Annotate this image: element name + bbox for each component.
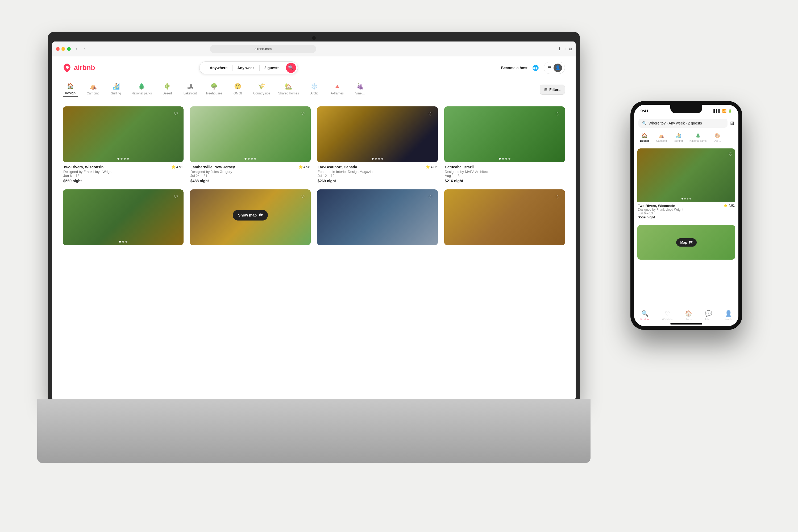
listing-location-4: Catuçaba, Brazil [445, 165, 474, 169]
phone-nav-trips[interactable]: 🏠 Trips [685, 310, 692, 321]
phone-cat-camping[interactable]: ⛺ Camping [656, 133, 668, 144]
profile-nav-icon: 👤 [725, 310, 732, 317]
wishlist-button-7[interactable]: ♡ [426, 193, 435, 201]
listing-image-8: ♡ [444, 189, 565, 245]
category-omg[interactable]: 😲 OMG! [230, 83, 245, 96]
wishlist-button-6[interactable]: ♡ [299, 193, 307, 201]
user-menu-button[interactable]: ☰ 👤 [544, 62, 565, 74]
category-countryside-label: Countryside [253, 92, 270, 95]
phone-camping-label: Camping [656, 139, 667, 142]
category-shared-homes[interactable]: 🏡 Shared homes [278, 83, 299, 96]
category-national-parks[interactable]: 🌲 National parks [131, 83, 152, 96]
phone-search-input[interactable]: 🔍 Where to? · Any week · 2 guests [639, 119, 727, 128]
phone-listing-price: $569 night [638, 215, 735, 219]
any-week-button[interactable]: Any week [232, 65, 260, 71]
phone-nav-wishlists[interactable]: ♡ Wishlists [662, 310, 672, 321]
category-treehouses[interactable]: 🌳 Treehouses [206, 83, 222, 96]
phone-cat-design[interactable]: 🏠 Design [639, 133, 651, 144]
listing-card-4[interactable]: ♡ Catuçaba, Brazil Designed by MAPA Arch… [444, 107, 565, 183]
category-camping-label: Camping [87, 92, 99, 95]
browser-actions: ⬆ + ⧉ [558, 46, 572, 51]
listing-card-1[interactable]: ♡ Two Rivers, Wisconsin ⭐ 4.91 Designed … [63, 107, 184, 183]
phone-nav-inbox[interactable]: 💬 Inbox [705, 310, 712, 321]
shared-homes-icon: 🏡 [285, 83, 292, 90]
category-a-frames[interactable]: 🔺 A-frames [330, 83, 345, 96]
phone-cat-design2[interactable]: 🎨 Des… [711, 133, 723, 144]
phone-map-card[interactable]: Map 🗺 [637, 225, 735, 260]
phone-filter-icon[interactable]: ⊞ [730, 120, 734, 126]
category-vineyards[interactable]: 🍇 Vine… [353, 83, 367, 96]
phone-home-indicator [670, 323, 702, 324]
phone-surfing-label: Surfing [674, 139, 683, 142]
phone-listing-card-1[interactable]: ♡ Two Rivers, Wisconsin ⭐ 4.91 Designed … [637, 148, 735, 221]
phone-search-area: 🔍 Where to? · Any week · 2 guests ⊞ [634, 116, 738, 130]
wishlist-button-2[interactable]: ♡ [299, 110, 307, 118]
listing-desc-4: Designed by MAPA Architects [445, 170, 565, 174]
image-dots-2 [245, 158, 256, 159]
add-tab-icon[interactable]: + [564, 46, 566, 51]
minimize-window-button[interactable] [61, 47, 65, 51]
category-arctic[interactable]: ❄️ Arctic [307, 83, 322, 96]
wifi-icon: 📶 [722, 109, 726, 113]
listing-card-5[interactable]: ♡ [63, 189, 184, 245]
show-map-button[interactable]: Show map 🗺 [233, 210, 268, 221]
laptop-base [37, 399, 590, 463]
listing-card-6[interactable]: ♡ Show map 🗺 [190, 189, 311, 245]
listing-desc-2: Designed by Jules Gregory [190, 170, 310, 174]
category-desert[interactable]: 🌵 Desert [160, 83, 175, 96]
listing-card-8[interactable]: ♡ [444, 189, 565, 245]
profile-nav-label: Profile [725, 318, 732, 321]
traffic-lights [56, 47, 71, 51]
camping-icon: ⛺ [90, 83, 97, 90]
wishlist-button-8[interactable]: ♡ [553, 193, 562, 201]
listings-area: ♡ Two Rivers, Wisconsin ⭐ 4.91 Designed … [52, 100, 576, 400]
filters-button[interactable]: ⊞ Filters [540, 84, 565, 95]
logo[interactable]: airbnb [63, 63, 95, 72]
listing-card-3[interactable]: ♡ Lac-Beauport, Canada ⭐ 4.86 Featured i… [317, 107, 438, 183]
trips-nav-label: Trips [686, 318, 691, 321]
wishlist-button-1[interactable]: ♡ [172, 110, 180, 118]
phone-screen: 9:41 ▌▌▌ 📶 🔋 🔍 Where to? · Any week · 2 … [634, 105, 738, 326]
close-window-button[interactable] [56, 47, 60, 51]
phone-cat-national-parks[interactable]: 🌲 National parks [689, 133, 706, 144]
listing-image-3: ♡ [317, 107, 438, 162]
become-host-link[interactable]: Become a host [501, 66, 528, 70]
anywhere-button[interactable]: Anywhere [205, 65, 232, 71]
listing-card-7[interactable]: ♡ [317, 189, 438, 245]
arctic-icon: ❄️ [311, 83, 318, 90]
phone-map-button[interactable]: Map 🗺 [676, 238, 697, 247]
share-icon[interactable]: ⬆ [558, 46, 561, 51]
forward-button[interactable]: › [82, 46, 88, 52]
phone-nav-profile[interactable]: 👤 Profile [725, 310, 732, 321]
wishlist-button-3[interactable]: ♡ [426, 110, 435, 118]
sliders-icon: ⊞ [544, 88, 547, 92]
phone-map-icon: 🗺 [689, 241, 692, 244]
category-design[interactable]: 🏠 Design [63, 83, 78, 97]
category-omg-label: OMG! [233, 92, 242, 95]
back-button[interactable]: ‹ [73, 46, 79, 52]
category-camping[interactable]: ⛺ Camping [86, 83, 100, 96]
listing-desc-3: Featured in Interior Design Magazine [318, 170, 437, 174]
listing-location-3: Lac-Beauport, Canada [318, 165, 357, 169]
phone-nav-explore[interactable]: 🔍 Explore [641, 310, 650, 321]
search-submit-button[interactable]: 🔍 [286, 63, 296, 73]
category-countryside[interactable]: 🌾 Countryside [253, 83, 270, 96]
vineyards-icon: 🍇 [357, 83, 364, 90]
phone-wishlist-button-1[interactable]: ♡ [728, 151, 733, 157]
category-lakefront[interactable]: 🏞 Lakefront [183, 83, 198, 96]
url-bar[interactable]: airbnb.com [210, 45, 316, 53]
fullscreen-window-button[interactable] [67, 47, 71, 51]
listing-card-2[interactable]: ♡ Lambertville, New Jersey ⭐ 4.98 Design… [190, 107, 311, 183]
phone-cat-surfing[interactable]: 🏄 Surfing [672, 133, 685, 144]
phone-status-icons: ▌▌▌ 📶 🔋 [714, 109, 732, 113]
listings-grid: ♡ Two Rivers, Wisconsin ⭐ 4.91 Designed … [63, 107, 565, 245]
wishlist-button-4[interactable]: ♡ [553, 110, 562, 118]
main-search-bar[interactable]: Anywhere Any week 2 guests 🔍 [199, 61, 298, 74]
listing-price-4: $216 night [445, 179, 565, 183]
desert-icon: 🌵 [164, 83, 171, 90]
category-surfing[interactable]: 🏄 Surfing [109, 83, 124, 96]
language-icon[interactable]: 🌐 [532, 65, 539, 71]
guests-button[interactable]: 2 guests [260, 65, 284, 71]
tabs-icon[interactable]: ⧉ [569, 46, 572, 51]
wishlist-button-5[interactable]: ♡ [172, 193, 180, 201]
